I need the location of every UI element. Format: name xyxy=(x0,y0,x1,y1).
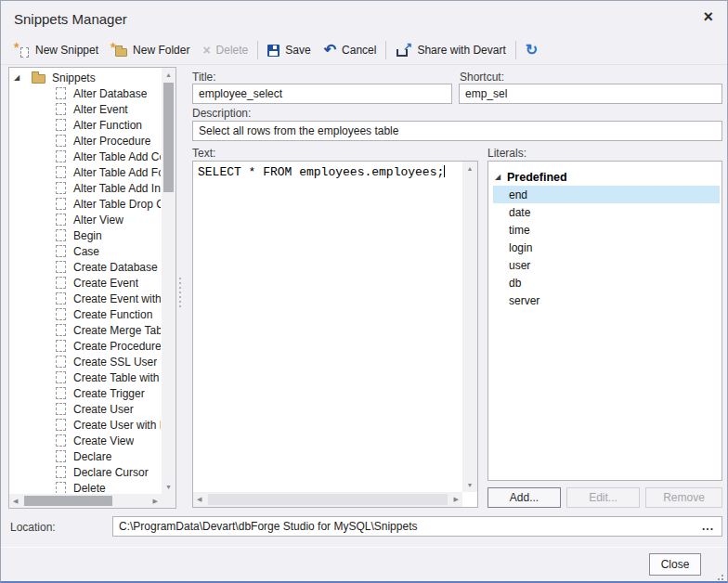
scrollbar-thumb[interactable] xyxy=(208,494,448,505)
scroll-up-icon[interactable]: ▲ xyxy=(462,165,477,172)
snippet-text-editor[interactable]: SELECT * FROM employees.employees; ▲ ▼ ◀… xyxy=(192,161,478,508)
literal-item[interactable]: login xyxy=(493,239,720,256)
shortcut-label: Shortcut: xyxy=(460,71,504,84)
snippet-icon xyxy=(56,482,66,493)
tree-item[interactable]: Alter Function xyxy=(9,117,161,133)
tree-item[interactable]: Delete xyxy=(9,480,161,493)
literals-group-predefined[interactable]: ◢ Predefined xyxy=(493,168,720,186)
tree-item[interactable]: Create Merge Table xyxy=(9,322,161,338)
literal-item[interactable]: time xyxy=(493,221,720,239)
literal-item[interactable]: date xyxy=(493,203,720,221)
scroll-right-icon[interactable]: ▶ xyxy=(454,496,459,503)
refresh-button[interactable]: ↻ xyxy=(519,40,544,60)
browse-button[interactable]: ... xyxy=(700,520,716,533)
footer-divider xyxy=(1,547,727,548)
tree-horizontal-scrollbar[interactable]: ◀ ▶ xyxy=(9,494,162,508)
save-button[interactable]: Save xyxy=(261,41,317,59)
expander-icon[interactable]: ◢ xyxy=(495,173,507,181)
title-input[interactable] xyxy=(192,84,452,104)
literal-item[interactable]: db xyxy=(493,274,720,292)
new-folder-button[interactable]: * New Folder xyxy=(105,41,196,60)
literals-label: Literals: xyxy=(488,147,526,160)
shortcut-input[interactable] xyxy=(459,84,722,104)
scroll-left-icon[interactable]: ◀ xyxy=(13,498,18,505)
tree-item[interactable]: Create Event with Int xyxy=(9,291,161,306)
snippet-icon xyxy=(56,403,66,415)
scroll-down-icon[interactable]: ▼ xyxy=(462,482,477,488)
scroll-right-icon[interactable]: ▶ xyxy=(153,498,158,505)
expander-icon[interactable]: ◢ xyxy=(14,73,23,82)
tree-item[interactable]: Create View xyxy=(9,433,161,448)
tree-item[interactable]: Alter Table Add Foreig xyxy=(9,164,161,180)
window-close-icon[interactable]: × xyxy=(703,8,713,25)
snippet-icon xyxy=(56,356,66,368)
scroll-up-icon[interactable]: ▲ xyxy=(162,71,176,78)
tree-item-label: Create Table with Op xyxy=(73,371,161,384)
tree-item[interactable]: Create User with Priv xyxy=(9,417,161,433)
delete-button[interactable]: × Delete xyxy=(196,41,254,59)
snippets-tree: ◢ Snippets Alter Database Alter Event Al… xyxy=(9,70,161,493)
scrollbar-thumb[interactable] xyxy=(163,83,174,192)
tree-root-snippets[interactable]: ◢ Snippets xyxy=(9,70,161,85)
snippet-icon xyxy=(56,198,66,210)
tree-item-label: Create Trigger xyxy=(73,387,145,400)
tree-item-list: Alter Database Alter Event Alter Functio… xyxy=(9,85,161,493)
tree-item[interactable]: Alter Event xyxy=(9,101,161,117)
snippet-icon xyxy=(56,277,66,289)
new-folder-label: New Folder xyxy=(133,44,189,57)
new-snippet-label: New Snippet xyxy=(35,44,98,57)
snippets-tree-panel: ◢ Snippets Alter Database Alter Event Al… xyxy=(8,67,176,509)
tree-item[interactable]: Alter Table Drop Colu xyxy=(9,196,161,212)
sql-code[interactable]: SELECT * FROM employees.employees; xyxy=(194,162,462,492)
location-value: C:\ProgramData\Devart\dbForge Studio for… xyxy=(119,520,417,533)
editor-vertical-scrollbar[interactable]: ▲ ▼ xyxy=(462,162,477,492)
tree-item[interactable]: Alter Table Add Colum xyxy=(9,149,161,164)
location-label: Location: xyxy=(10,521,56,534)
tree-item-label: Create View xyxy=(73,434,134,447)
literal-item[interactable]: server xyxy=(493,292,720,309)
tree-vertical-scrollbar[interactable]: ▲ ▼ xyxy=(162,68,176,494)
tree-item[interactable]: Create Event xyxy=(9,275,161,291)
tree-item[interactable]: Alter Table Add Index xyxy=(9,180,161,196)
panel-splitter-handle[interactable] xyxy=(179,278,181,279)
remove-button[interactable]: Remove xyxy=(645,487,722,508)
tree-item[interactable]: Declare xyxy=(9,448,161,464)
tree-item[interactable]: Create Trigger xyxy=(9,385,161,401)
tree-item[interactable]: Begin xyxy=(9,227,161,243)
title-label: Title: xyxy=(192,71,216,84)
tree-item[interactable]: Create Procedure wit xyxy=(9,338,161,354)
tree-item[interactable]: Create User xyxy=(9,401,161,417)
share-with-devart-button[interactable]: ↗ Share with Devart xyxy=(389,41,512,59)
cancel-button[interactable]: ↶ Cancel xyxy=(318,41,384,59)
literal-item[interactable]: user xyxy=(493,256,720,274)
snippet-icon xyxy=(56,292,66,304)
tree-item-label: Create SSL User xyxy=(73,356,157,369)
new-snippet-button[interactable]: * New Snippet xyxy=(8,41,105,60)
tree-item[interactable]: Create Database xyxy=(9,259,161,275)
new-snippet-icon: * xyxy=(15,44,30,58)
literal-item[interactable]: end xyxy=(493,186,720,203)
folder-icon xyxy=(31,72,46,84)
location-input[interactable]: C:\ProgramData\Devart\dbForge Studio for… xyxy=(112,516,722,537)
tree-item[interactable]: Alter View xyxy=(9,212,161,227)
editor-horizontal-scrollbar[interactable]: ◀ ▶ xyxy=(193,492,462,507)
tree-item-label: Alter Procedure xyxy=(73,135,150,148)
tree-item[interactable]: Create SSL User xyxy=(9,354,161,369)
tree-item[interactable]: Case xyxy=(9,243,161,259)
tree-item[interactable]: Create Function xyxy=(9,306,161,322)
tree-item-label: Declare Cursor xyxy=(73,466,149,479)
close-button[interactable]: Close xyxy=(649,553,701,576)
tree-item[interactable]: Alter Procedure xyxy=(9,133,161,149)
tree-item[interactable]: Create Table with Op xyxy=(9,369,161,385)
resize-grip[interactable] xyxy=(722,575,723,577)
scrollbar-thumb[interactable] xyxy=(24,496,112,506)
edit-button[interactable]: Edit... xyxy=(566,487,640,508)
description-input[interactable] xyxy=(192,121,722,141)
add-button[interactable]: Add... xyxy=(488,487,561,508)
tree-item-label: Alter Database xyxy=(73,87,147,100)
scroll-left-icon[interactable]: ◀ xyxy=(197,496,202,503)
scroll-down-icon[interactable]: ▼ xyxy=(162,484,176,490)
tree-item[interactable]: Alter Database xyxy=(9,85,161,101)
tree-item[interactable]: Declare Cursor xyxy=(9,464,161,480)
snippet-icon xyxy=(56,245,66,257)
